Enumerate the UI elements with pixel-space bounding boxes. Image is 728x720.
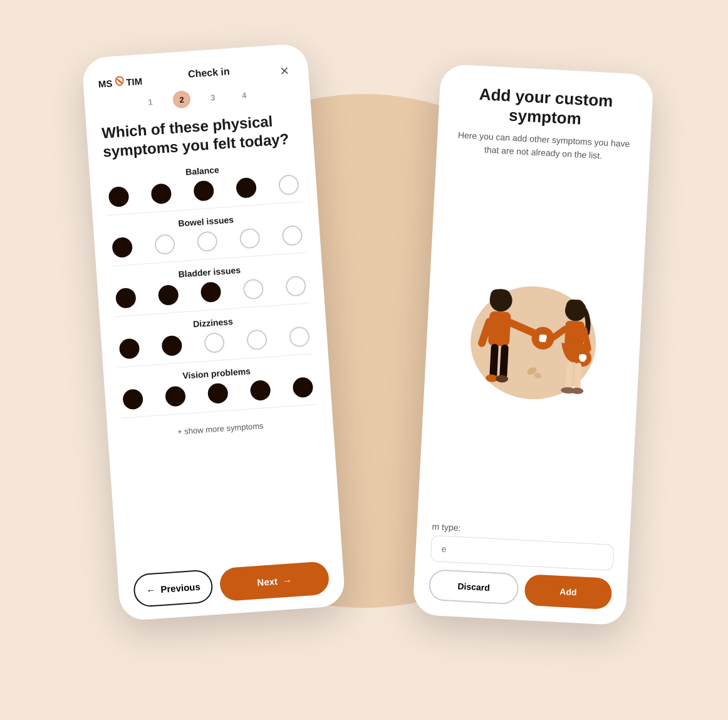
dot[interactable]	[292, 377, 313, 398]
discard-button[interactable]: Discard	[428, 568, 519, 604]
symptom-dizziness: Dizziness	[115, 311, 313, 368]
dot[interactable]	[108, 185, 129, 207]
custom-subtitle: Here you can add other symptoms you have…	[452, 128, 636, 164]
left-arrow-icon: ←	[146, 584, 156, 595]
logo-tim: TIM	[126, 75, 143, 87]
step-1: 1	[141, 92, 160, 111]
dot[interactable]	[289, 326, 310, 347]
symptom-vision: Vision problems	[118, 361, 316, 418]
dot[interactable]	[236, 177, 257, 198]
dot[interactable]	[112, 236, 133, 258]
dot[interactable]	[150, 183, 172, 204]
dot[interactable]	[242, 278, 264, 300]
symptom-bowel: Bowel issues	[108, 209, 306, 266]
logo-ribbon	[113, 75, 125, 89]
next-label: Next	[257, 575, 278, 587]
step-4: 4	[235, 85, 254, 104]
dot[interactable]	[197, 231, 218, 252]
previous-button[interactable]: ← Previous	[133, 569, 214, 608]
dot[interactable]	[278, 174, 299, 195]
svg-line-6	[482, 321, 489, 343]
dot[interactable]	[165, 385, 186, 407]
dot[interactable]	[118, 338, 140, 359]
right-arrow-icon: →	[282, 575, 292, 586]
custom-symptom-phone: Add your custom symptom Here you can add…	[412, 63, 654, 625]
step-2: 2	[172, 90, 191, 108]
dot[interactable]	[239, 227, 261, 249]
checkin-title: Check in	[187, 66, 230, 80]
close-button[interactable]: ✕	[275, 61, 294, 80]
dot[interactable]	[154, 234, 175, 255]
svg-rect-13	[564, 320, 585, 347]
dot[interactable]	[204, 331, 225, 353]
next-button[interactable]: Next →	[219, 561, 330, 602]
dot[interactable]	[200, 281, 221, 303]
svg-rect-18	[580, 354, 586, 362]
logo-ms: MS	[98, 77, 113, 89]
dot[interactable]	[246, 329, 268, 350]
svg-rect-11	[539, 334, 546, 342]
illustration-area	[433, 165, 634, 521]
symptoms-list: Balance Bowel issues	[105, 159, 317, 425]
dot[interactable]	[207, 382, 229, 404]
bottom-buttons: Discard Add	[428, 568, 612, 609]
previous-label: Previous	[160, 581, 200, 594]
svg-rect-19	[565, 362, 573, 390]
step-3: 3	[204, 88, 222, 107]
dot[interactable]	[281, 224, 303, 246]
illustration-figures	[449, 269, 618, 415]
svg-rect-2	[488, 311, 511, 347]
app-logo: MS TIM	[98, 73, 143, 90]
question-title: Which of these physical symptoms you fel…	[101, 110, 298, 161]
add-button[interactable]: Add	[524, 573, 612, 609]
svg-line-0	[117, 79, 121, 83]
dot[interactable]	[285, 275, 306, 296]
symptom-bladder: Bladder issues	[112, 260, 309, 317]
symptom-balance: Balance	[105, 159, 303, 216]
dot[interactable]	[193, 180, 214, 201]
custom-title: Add your custom symptom	[453, 83, 638, 132]
svg-rect-20	[574, 362, 581, 390]
dot[interactable]	[158, 284, 179, 305]
symptom-type-input[interactable]	[430, 535, 615, 570]
dot[interactable]	[161, 335, 182, 356]
nav-buttons: ← Previous Next →	[132, 555, 330, 608]
svg-rect-3	[489, 343, 499, 378]
dot[interactable]	[250, 379, 271, 400]
dot[interactable]	[115, 287, 137, 308]
svg-rect-4	[499, 344, 509, 379]
checkin-phone: MS TIM Check in ✕ 1 2 3 4	[81, 43, 346, 621]
dot[interactable]	[122, 389, 143, 410]
